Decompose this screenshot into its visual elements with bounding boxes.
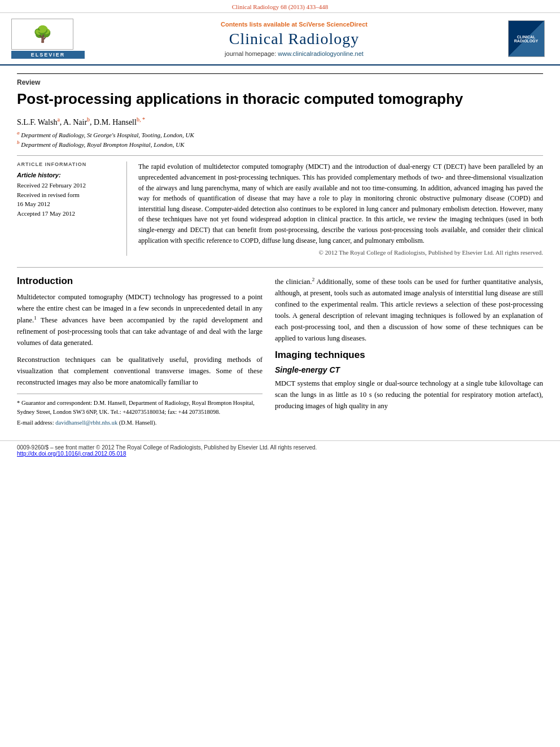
revised-label: Received in revised form — [17, 190, 119, 200]
intro-p1-text: Multidetector computed tomography (MDCT)… — [17, 293, 262, 347]
guarantor-footnote: * Guarantor and correspondent: D.M. Hans… — [17, 399, 262, 417]
sciverse-link-text[interactable]: SciVerse ScienceDirect — [299, 21, 368, 28]
right-paragraph1: the clinician.2 Additionally, some of th… — [275, 276, 543, 344]
article-title: Post-processing applications in thoracic… — [17, 90, 543, 108]
article-info-title: ARTICLE INFORMATION — [17, 161, 119, 167]
content-area: Review Post-processing applications in t… — [0, 65, 560, 435]
doi-link[interactable]: http://dx.doi.org/10.1016/j.crad.2012.05… — [17, 451, 543, 457]
revised-date: 16 May 2012 — [17, 199, 119, 209]
bottom-band: 0009-9260/$ – see front matter © 2012 Th… — [0, 440, 560, 460]
elsevier-label: ELSEVIER — [11, 51, 85, 59]
email-link[interactable]: davidhansell@rbht.nhs.uk — [55, 420, 117, 426]
imaging-techniques-heading: Imaging techniques — [275, 350, 543, 361]
abstract-col: The rapid evolution of multidetector com… — [138, 161, 543, 256]
right-column: the clinician.2 Additionally, some of th… — [275, 276, 543, 429]
journal-title-area: Contents lists available at SciVerse Sci… — [85, 21, 504, 57]
abstract-text: The rapid evolution of multidetector com… — [138, 161, 543, 246]
affiliation-a: a Department of Radiology, St George's H… — [17, 130, 543, 138]
publisher-logo-area: 🌳 ELSEVIER — [11, 19, 85, 59]
ref2-sup: 2 — [312, 277, 315, 282]
author2-name: , A. Nair — [60, 117, 87, 126]
article-meta-section: ARTICLE INFORMATION Article history: Rec… — [17, 161, 543, 256]
received-date: Received 22 February 2012 — [17, 181, 119, 190]
affiliation-a-text: Department of Radiology, St George's Hos… — [21, 132, 194, 138]
affiliations: a Department of Radiology, St George's H… — [17, 130, 543, 147]
journal-title: Clinical Radiology — [90, 30, 498, 48]
separator — [17, 155, 543, 156]
affiliation-a-sup: a — [17, 130, 20, 136]
journal-header: 🌳 ELSEVIER Contents lists available at S… — [0, 13, 560, 65]
main-body: Introduction Multidetector computed tomo… — [17, 276, 543, 429]
issn-text: 0009-9260/$ – see front matter © 2012 Th… — [17, 444, 543, 451]
journal-logo-text: CLINICAL RADIOLOGY — [514, 35, 538, 43]
journal-homepage-line: journal homepage: www.clinicalradiologyo… — [90, 50, 498, 57]
doi-anchor[interactable]: http://dx.doi.org/10.1016/j.crad.2012.05… — [17, 451, 126, 457]
journal-logo-right-area: CLINICAL RADIOLOGY — [504, 20, 549, 57]
affiliation-b-text: Department of Radiology, Royal Brompton … — [21, 141, 184, 147]
accepted-date: Accepted 17 May 2012 — [17, 209, 119, 219]
elsevier-logo: 🌳 — [11, 19, 73, 50]
homepage-url[interactable]: www.clinicalradiologyonline.net — [278, 50, 364, 57]
homepage-label: journal homepage: — [225, 50, 278, 57]
email-footnote: E-mail address: davidhansell@rbht.nhs.uk… — [17, 418, 262, 427]
article-history-title: Article history: — [17, 172, 119, 178]
intro-paragraph1: Multidetector computed tomography (MDCT)… — [17, 291, 262, 348]
footnotes-section: * Guarantor and correspondent: D.M. Hans… — [17, 394, 262, 427]
introduction-heading: Introduction — [17, 276, 262, 287]
affiliation-b: b Department of Radiology, Royal Brompto… — [17, 139, 543, 148]
email-suffix: (D.M. Hansell). — [117, 420, 156, 426]
author1-name: S.L.F. Walsh — [17, 117, 57, 126]
single-energy-ct-subheading: Single-energy CT — [275, 365, 543, 374]
intro-paragraph2: Reconstruction techniques can be qualita… — [17, 354, 262, 388]
ref1-sup: 1 — [34, 315, 37, 321]
separator2 — [17, 267, 543, 268]
email-label: E-mail address: — [17, 420, 55, 426]
journal-citation: Clinical Radiology 68 (2013) 433–448 — [232, 3, 328, 10]
sciverse-prefix: Contents lists available at — [221, 21, 299, 28]
author3-name: , D.M. Hansell — [90, 117, 137, 126]
top-banner: Clinical Radiology 68 (2013) 433–448 — [0, 0, 560, 13]
sciverse-line: Contents lists available at SciVerse Sci… — [90, 21, 498, 28]
elsevier-tree-icon: 🌳 — [33, 27, 53, 42]
journal-logo-right: CLINICAL RADIOLOGY — [508, 20, 545, 57]
single-energy-paragraph: MDCT systems that employ single or dual-… — [275, 378, 543, 412]
authors-line: S.L.F. Walsha, A. Nairb, D.M. Hansellb, … — [17, 116, 543, 127]
author3-sup: b, * — [137, 116, 145, 123]
left-column: Introduction Multidetector computed tomo… — [17, 276, 262, 429]
abstract-copyright: © 2012 The Royal College of Radiologists… — [138, 249, 543, 256]
affiliation-b-sup: b — [17, 139, 20, 145]
right-p1-text: the clinician.2 Additionally, some of th… — [275, 278, 543, 342]
article-info-col: ARTICLE INFORMATION Article history: Rec… — [17, 161, 127, 256]
review-label: Review — [17, 73, 543, 86]
